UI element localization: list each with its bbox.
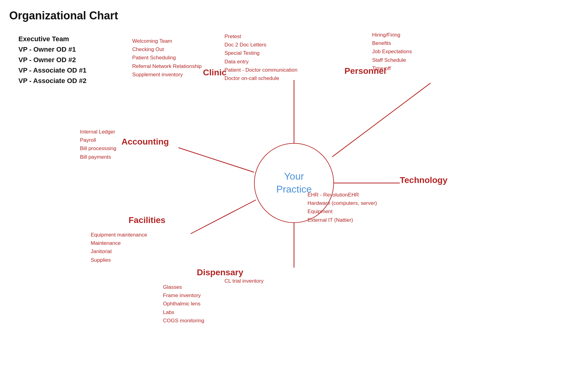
dispensary-right-item-0: CL trial inventory [224,277,264,285]
clinic-item-3: Referral Network Relationship [132,62,202,70]
facilities-items: Equipment maintenance Maintenance Janito… [91,231,147,264]
special-item-3: Data entry [224,58,297,66]
technology-item-1: Hardware (computers, server) [308,199,377,207]
executive-member-2: VP - Owner OD #2 [18,55,86,65]
special-item-2: Special Testing [224,49,297,57]
executive-label: Executive Team [18,34,86,44]
personnel-item-2: Job Expectations [372,47,412,56]
accounting-item-0: Internal Ledger [80,128,116,136]
dept-dispensary: Dispensary [197,268,243,277]
executive-member-3: VP - Associate OD #1 [18,65,86,76]
facilities-item-0: Equipment maintenance [91,231,147,239]
special-testing-items: Pretest Doc 2 Doc Letters Special Testin… [224,32,297,82]
dispensary-item-2: Ophthalmic lens [163,300,204,308]
personnel-item-0: Hiring/Firing [372,31,412,39]
dispensary-item-4: COGS monitoring [163,316,204,325]
dispensary-left-items: Glasses Frame inventory Ophthalmic lens … [163,283,204,325]
accounting-item-2: Bill processsing [80,144,116,153]
personnel-items: Hiring/Firing Benefits Job Expectations … [372,31,412,73]
dispensary-item-1: Frame inventory [163,291,204,300]
special-item-0: Pretest [224,32,297,41]
dept-accounting: Accounting [121,137,169,147]
accounting-item-3: Bill payments [80,153,116,161]
special-item-4: Patient - Doctor communication [224,66,297,74]
dept-technology: Technology [400,175,447,185]
technology-items: EHR - RevolutionEHR Hardware (computers,… [308,191,377,224]
clinic-item-4: Supplement inventory [132,70,202,79]
center-line1: Your [284,171,304,182]
svg-line-4 [191,200,256,234]
accounting-items: Internal Ledger Payroll Bill processsing… [80,128,116,161]
page-title: Organizational Chart [9,9,118,22]
executive-team: Executive Team VP - Owner OD #1 VP - Own… [18,34,86,86]
svg-line-1 [332,83,431,157]
personnel-item-3: Staff Schedule [372,56,412,64]
technology-item-3: External IT (Nattier) [308,216,377,224]
technology-item-2: Equipment [308,207,377,216]
svg-line-5 [178,148,254,172]
clinic-items: Welcoming Team Checking Out Patient Sche… [132,37,202,79]
dispensary-item-3: Labs [163,308,204,316]
center-line2: Practice [276,184,312,195]
clinic-item-2: Patient Scheduling [132,54,202,62]
accounting-item-1: Payroll [80,136,116,144]
personnel-item-1: Benefits [372,39,412,47]
facilities-item-3: Supplies [91,256,147,264]
executive-member-1: VP - Owner OD #1 [18,44,86,55]
special-item-1: Doc 2 Doc Letters [224,41,297,49]
dispensary-item-0: Glasses [163,283,204,291]
personnel-item-4: Time off [372,64,412,73]
dispensary-right-items: CL trial inventory [224,277,264,285]
technology-item-0: EHR - RevolutionEHR [308,191,377,199]
clinic-item-0: Welcoming Team [132,37,202,45]
dept-clinic: Clinic [203,68,226,78]
executive-member-4: VP - Associate OD #2 [18,76,86,86]
dept-facilities: Facilities [129,215,165,225]
center-label: Your Practice [276,170,312,196]
facilities-item-1: Maintenance [91,239,147,247]
clinic-item-1: Checking Out [132,45,202,54]
special-item-5: Doctor on-call schedule [224,74,297,82]
facilities-item-2: Janitorial [91,247,147,256]
